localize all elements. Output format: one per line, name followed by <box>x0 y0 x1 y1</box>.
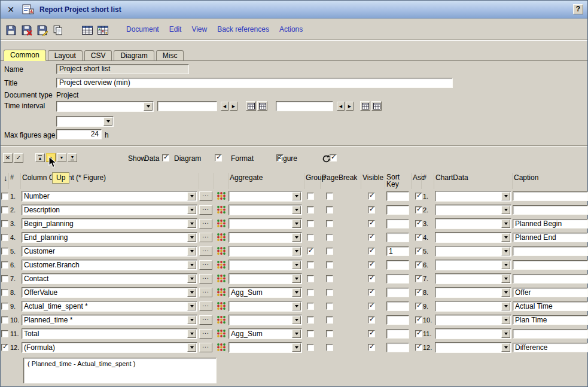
figure-data-icon[interactable] <box>217 219 226 228</box>
group-checkbox[interactable] <box>307 275 314 282</box>
pagebreak-checkbox[interactable] <box>326 193 333 200</box>
menu-document[interactable]: Document <box>126 25 159 33</box>
figure-data-icon[interactable] <box>217 343 226 352</box>
row-select-checkbox[interactable] <box>1 193 8 200</box>
show-diagram-checkbox[interactable] <box>215 154 222 161</box>
more-button[interactable]: ... <box>199 219 212 228</box>
group-checkbox[interactable] <box>307 344 314 351</box>
visible-checkbox[interactable] <box>368 261 375 269</box>
chevron-down-icon[interactable] <box>292 343 301 352</box>
next-date-button[interactable]: ▶ <box>230 102 237 111</box>
aggregate-select[interactable] <box>229 273 302 284</box>
calendar-button[interactable] <box>371 101 382 111</box>
chevron-down-icon[interactable] <box>501 302 510 310</box>
visible-checkbox[interactable] <box>368 206 375 214</box>
asc-checkbox[interactable] <box>415 344 422 351</box>
row-select-checkbox[interactable] <box>1 220 8 227</box>
chevron-down-icon[interactable] <box>187 261 196 269</box>
pagebreak-checkbox[interactable] <box>326 234 333 241</box>
asc-checkbox[interactable] <box>415 193 422 200</box>
time-interval-select[interactable] <box>56 101 154 112</box>
asc-checkbox[interactable] <box>415 261 422 269</box>
chevron-down-icon[interactable] <box>501 192 510 200</box>
move-top-button[interactable]: ▲ <box>35 153 45 162</box>
chevron-down-icon[interactable] <box>292 330 301 338</box>
move-down-button[interactable]: ▼ <box>57 153 66 162</box>
chartdata-select[interactable] <box>435 232 511 243</box>
caption-input[interactable]: Planned Begin <box>513 219 588 228</box>
group-checkbox[interactable] <box>307 330 314 337</box>
caption-input[interactable] <box>513 246 588 256</box>
menu-back-references[interactable]: Back references <box>217 25 269 33</box>
row-select-checkbox[interactable] <box>1 303 8 310</box>
menu-view[interactable]: View <box>191 25 207 33</box>
asc-checkbox[interactable] <box>415 234 422 241</box>
column-content-select[interactable]: Total <box>22 328 197 339</box>
asc-checkbox[interactable] <box>415 316 422 324</box>
table-data-button[interactable] <box>95 22 111 38</box>
select-all-button[interactable]: ✓ <box>14 153 23 163</box>
chevron-down-icon[interactable] <box>501 233 510 242</box>
figure-data-icon[interactable] <box>217 246 226 255</box>
prev-date-button[interactable]: ◀ <box>337 102 345 111</box>
visible-checkbox[interactable] <box>368 289 375 296</box>
group-checkbox[interactable] <box>307 193 314 200</box>
group-checkbox[interactable] <box>307 289 314 296</box>
chevron-down-icon[interactable] <box>292 220 301 228</box>
sortkey-input[interactable] <box>386 343 409 352</box>
aggregate-select[interactable] <box>229 191 302 202</box>
chartdata-select[interactable] <box>435 287 511 298</box>
aggregate-select[interactable] <box>229 205 302 215</box>
help-button[interactable]: ? <box>573 4 583 14</box>
figure-data-icon[interactable] <box>217 288 226 297</box>
asc-checkbox[interactable] <box>415 330 422 337</box>
row-select-checkbox[interactable] <box>1 206 8 214</box>
asc-checkbox[interactable] <box>415 220 422 227</box>
caption-input[interactable]: Planned End <box>513 233 588 242</box>
caption-input[interactable]: Difference <box>513 343 588 352</box>
time-to-input[interactable] <box>276 101 333 111</box>
column-content-select[interactable]: Contact <box>22 273 197 284</box>
chevron-down-icon[interactable] <box>501 220 510 228</box>
interval-unit-select[interactable] <box>56 116 114 127</box>
caption-input[interactable]: Actual Time <box>513 301 588 311</box>
chevron-down-icon[interactable] <box>292 247 301 255</box>
chartdata-select[interactable] <box>435 301 511 312</box>
calendar-button[interactable] <box>257 101 267 111</box>
row-select-checkbox[interactable] <box>1 344 8 351</box>
row-select-checkbox[interactable] <box>1 316 8 324</box>
column-content-select[interactable]: Description <box>22 205 197 215</box>
next-date-button[interactable]: ▶ <box>346 102 354 111</box>
more-button[interactable]: ... <box>199 315 212 325</box>
figure-data-icon[interactable] <box>217 329 226 338</box>
aggregate-select[interactable] <box>229 218 302 229</box>
figure-data-icon[interactable] <box>217 274 226 283</box>
chevron-down-icon[interactable] <box>187 288 196 297</box>
more-button[interactable]: ... <box>199 288 212 297</box>
chartdata-select[interactable] <box>435 342 511 353</box>
sortkey-input[interactable]: 1 <box>386 246 409 256</box>
chevron-down-icon[interactable] <box>292 261 301 269</box>
chevron-down-icon[interactable] <box>292 316 301 324</box>
calendar-button[interactable] <box>246 101 256 111</box>
visible-checkbox[interactable] <box>368 193 375 200</box>
more-button[interactable]: ... <box>199 329 212 339</box>
column-content-select[interactable]: End_planning <box>22 232 197 243</box>
show-data-checkbox[interactable] <box>162 154 169 161</box>
sortkey-input[interactable] <box>386 260 409 270</box>
asc-checkbox[interactable] <box>415 206 422 214</box>
chartdata-select[interactable] <box>435 246 511 257</box>
asc-checkbox[interactable] <box>415 289 422 296</box>
formula-box[interactable]: ( Planned_time - Actual_time_spent ) <box>23 358 217 383</box>
tab-misc[interactable]: Misc <box>156 50 184 60</box>
tab-common[interactable]: Common <box>4 50 46 61</box>
asc-checkbox[interactable] <box>415 275 422 282</box>
figure-data-icon[interactable] <box>217 205 226 214</box>
sortkey-input[interactable] <box>386 191 409 201</box>
sortkey-input[interactable] <box>386 219 409 228</box>
row-select-checkbox[interactable] <box>1 234 8 241</box>
group-checkbox[interactable] <box>307 303 314 310</box>
table-grid-button[interactable] <box>80 22 95 38</box>
tab-layout[interactable]: Layout <box>48 50 83 60</box>
title-input[interactable]: Project overview (min) <box>56 78 453 88</box>
